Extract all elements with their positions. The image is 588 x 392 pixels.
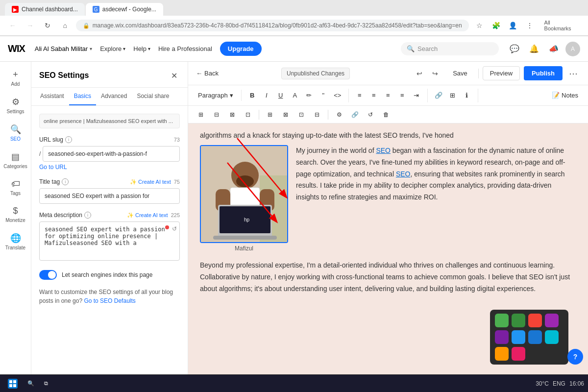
insert-table-btn[interactable]: ⊞ bbox=[446, 89, 460, 102]
search-taskbar-btn[interactable]: 🔍 bbox=[24, 377, 38, 391]
title-tag-input[interactable] bbox=[39, 188, 180, 204]
paragraph-dropdown[interactable]: Paragraph ▾ bbox=[194, 90, 237, 101]
color-btn-dark-blue[interactable] bbox=[528, 330, 542, 344]
more-options-btn[interactable]: ⋯ bbox=[566, 67, 580, 80]
img-tool-1[interactable]: ⊞ bbox=[194, 108, 208, 122]
img-tool-4[interactable]: ⊡ bbox=[241, 108, 255, 122]
sidebar-item-add[interactable]: + Add bbox=[2, 66, 29, 91]
sidebar-item-settings[interactable]: ⚙ Settings bbox=[2, 93, 29, 118]
img-tool-8[interactable]: ⊟ bbox=[310, 108, 324, 122]
bookmark-icon[interactable]: ☆ bbox=[473, 19, 487, 32]
extension-icon[interactable]: 🧩 bbox=[490, 19, 503, 32]
seo-link-1[interactable]: SEO bbox=[376, 147, 391, 154]
color-btn[interactable]: A bbox=[288, 89, 302, 102]
title-tag-info-icon[interactable]: i bbox=[62, 178, 69, 185]
seo-defaults-link[interactable]: Go to SEO Defaults bbox=[84, 297, 135, 304]
title-ai-link[interactable]: ✨ Create AI text bbox=[130, 179, 171, 185]
color-btn-dark-purple[interactable] bbox=[495, 330, 509, 344]
code-btn[interactable]: <> bbox=[331, 89, 344, 102]
color-btn-green[interactable] bbox=[495, 314, 509, 327]
unordered-list-btn[interactable]: ≡ bbox=[367, 89, 381, 102]
underline-btn[interactable]: U bbox=[274, 89, 288, 102]
save-btn[interactable]: Save bbox=[446, 67, 474, 80]
img-tool-10[interactable]: 🔗 bbox=[348, 108, 362, 122]
sidebar-item-tags[interactable]: 🏷 Tags bbox=[2, 175, 29, 200]
tab-google[interactable]: G asdecewf - Google... bbox=[86, 3, 163, 16]
tags-icon: 🏷 bbox=[11, 179, 20, 189]
seo-tab-assistant[interactable]: Assistant bbox=[35, 88, 69, 105]
italic-btn[interactable]: I bbox=[260, 89, 273, 102]
color-btn-cyan[interactable] bbox=[545, 330, 559, 344]
color-btn-orange[interactable] bbox=[495, 347, 509, 361]
sidebar-item-translate[interactable]: 🌐 Translate bbox=[2, 229, 29, 254]
upgrade-button[interactable]: Upgrade bbox=[220, 42, 262, 56]
chat-icon-btn[interactable]: 💬 bbox=[507, 41, 522, 57]
user-avatar[interactable]: A bbox=[565, 42, 580, 56]
indent-btn[interactable]: ⇥ bbox=[410, 89, 423, 102]
address-bar[interactable]: 🔒 manage.wix.com/dashboard/83ea5723-236b… bbox=[76, 20, 469, 31]
align-center-btn[interactable]: ≡ bbox=[395, 89, 409, 102]
start-btn[interactable] bbox=[4, 377, 22, 391]
nav-hire-professional[interactable]: Hire a Professional bbox=[158, 45, 212, 52]
menu-icon[interactable]: ⋮ bbox=[523, 19, 537, 32]
url-slug-info-icon[interactable]: i bbox=[65, 136, 72, 143]
img-tool-12[interactable]: 🗑 bbox=[379, 108, 393, 122]
preview-btn[interactable]: Preview bbox=[483, 66, 520, 80]
nav-explore[interactable]: Explore ▾ bbox=[100, 45, 125, 52]
seo-tab-advanced[interactable]: Advanced bbox=[96, 88, 132, 105]
help-button[interactable]: ? bbox=[567, 349, 583, 365]
seo-panel-close-btn[interactable]: ✕ bbox=[168, 70, 180, 81]
back-btn[interactable]: ← Back bbox=[196, 70, 219, 77]
megaphone-icon-btn[interactable]: 📣 bbox=[546, 41, 562, 57]
bold-btn[interactable]: B bbox=[245, 89, 259, 102]
back-browser-btn[interactable]: ← bbox=[6, 19, 20, 32]
right-editor: ← Back Unpublished Changes ↩ ↪ Save Prev… bbox=[188, 62, 588, 374]
img-tool-6[interactable]: ⊠ bbox=[279, 108, 293, 122]
url-slug-input[interactable] bbox=[43, 146, 180, 162]
link-btn[interactable]: ✏ bbox=[302, 89, 316, 102]
forward-browser-btn[interactable]: → bbox=[24, 19, 37, 32]
bell-icon-btn[interactable]: 🔔 bbox=[526, 41, 542, 57]
tab-youtube[interactable]: ▶ Channel dashboard... bbox=[5, 3, 85, 16]
seo-tab-social-share[interactable]: Social share bbox=[132, 88, 174, 105]
undo-btn[interactable]: ↩ bbox=[413, 67, 426, 80]
blog-image[interactable]: hp bbox=[200, 145, 288, 243]
refresh-icon[interactable]: ↺ bbox=[172, 225, 177, 232]
img-tool-2[interactable]: ⊟ bbox=[210, 108, 223, 122]
wix-user-menu[interactable]: Ali Al Sabah Militar ▾ bbox=[35, 45, 92, 52]
color-btn-red[interactable] bbox=[528, 314, 542, 327]
sidebar-item-monetize[interactable]: $ Monetize bbox=[2, 202, 29, 227]
meta-desc-info-icon[interactable]: i bbox=[84, 212, 91, 219]
home-btn[interactable]: ⌂ bbox=[58, 19, 72, 32]
meta-description-textarea[interactable]: seasoned SEO expert with a passion for o… bbox=[39, 221, 180, 261]
publish-btn[interactable]: Publish bbox=[524, 66, 563, 80]
redo-btn[interactable]: ↪ bbox=[428, 67, 442, 80]
task-view-btn[interactable]: ⧉ bbox=[40, 377, 52, 391]
ordered-list-btn[interactable]: ≡ bbox=[353, 89, 367, 102]
color-btn-blue[interactable] bbox=[512, 330, 525, 344]
img-tool-9[interactable]: ⚙ bbox=[332, 108, 346, 122]
search-bar[interactable]: 🔍 Search bbox=[401, 42, 499, 55]
meta-ai-link[interactable]: ✨ Create AI text bbox=[127, 212, 168, 219]
img-tool-5[interactable]: ⊞ bbox=[263, 108, 277, 122]
quote-btn[interactable]: " bbox=[317, 89, 330, 102]
color-btn-dark-green[interactable] bbox=[512, 314, 525, 327]
sidebar-item-seo[interactable]: 🔍 SEO bbox=[2, 120, 29, 146]
insert-link-btn[interactable]: 🔗 bbox=[432, 89, 445, 102]
go-to-url-link[interactable]: Go to URL bbox=[39, 164, 180, 171]
reload-btn[interactable]: ↻ bbox=[41, 19, 54, 32]
profile-icon[interactable]: 👤 bbox=[506, 19, 520, 32]
img-tool-7[interactable]: ⊡ bbox=[294, 108, 308, 122]
color-btn-pink[interactable] bbox=[512, 347, 525, 361]
sidebar-item-categories[interactable]: ▤ Categories bbox=[2, 147, 29, 173]
color-btn-purple[interactable] bbox=[545, 314, 559, 327]
img-tool-3[interactable]: ⊠ bbox=[225, 108, 239, 122]
index-toggle[interactable] bbox=[39, 270, 57, 280]
img-tool-11[interactable]: ↺ bbox=[364, 108, 377, 122]
seo-tab-basics[interactable]: Basics bbox=[69, 88, 96, 105]
translate-label: Translate bbox=[5, 245, 25, 250]
nav-help[interactable]: Help ▾ bbox=[133, 45, 150, 52]
info-btn[interactable]: ℹ bbox=[460, 89, 474, 102]
notes-btn[interactable]: 📝 Notes bbox=[548, 90, 582, 101]
align-left-btn[interactable]: ≡ bbox=[381, 89, 395, 102]
